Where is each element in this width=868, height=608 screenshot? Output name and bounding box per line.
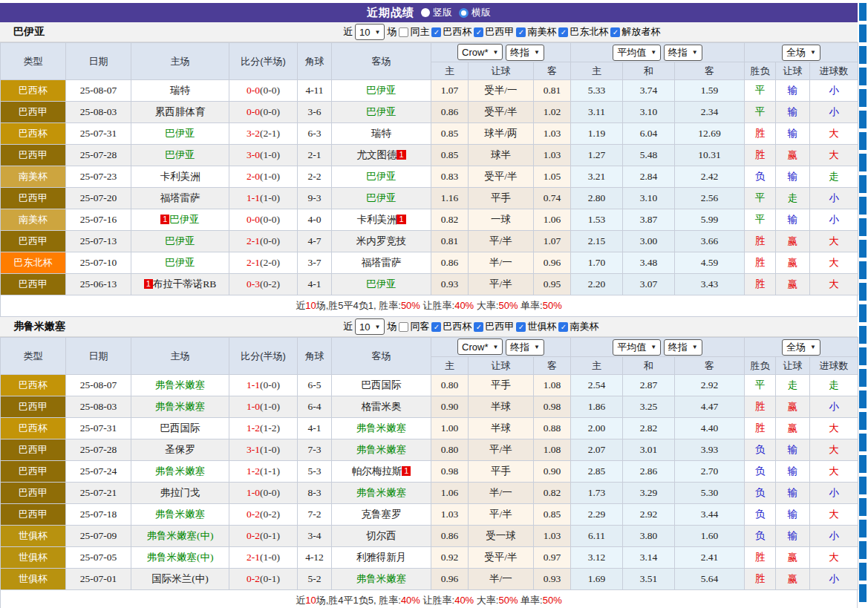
radio-filled-icon[interactable] bbox=[421, 8, 430, 17]
odds-source-group: Crow*▼ 终指▼ bbox=[431, 43, 571, 62]
result-flag: 输 bbox=[776, 102, 810, 123]
league-filter-巴西杯[interactable]: ✓巴西杯 bbox=[431, 320, 471, 333]
home-team: 1布拉干蒂诺RB bbox=[131, 274, 229, 295]
average-group: 平均值▼ 终指▼ bbox=[571, 338, 745, 357]
corners: 3-6 bbox=[298, 102, 332, 123]
results-table: 类型日期主场比分(半场)角球客场 Crow*▼ 终指▼ 平均值▼ 终指▼ 全场▼… bbox=[0, 337, 858, 590]
match-date: 25-07-31 bbox=[66, 418, 131, 439]
score: 0-0(0-0) bbox=[229, 102, 298, 123]
away-team: 格雷米奥 bbox=[332, 396, 431, 418]
league-filter-巴东北杯[interactable]: ✓巴东北杯 bbox=[558, 25, 608, 39]
result-flag: 走 bbox=[810, 166, 858, 188]
match-scope-select[interactable]: 全场▼ bbox=[782, 45, 820, 61]
match-date: 25-07-18 bbox=[66, 504, 131, 526]
league-filter-世俱杯[interactable]: ✓世俱杯 bbox=[516, 320, 556, 333]
sub-header: 和 bbox=[623, 62, 675, 80]
league-badge: 南美杯 bbox=[1, 166, 66, 188]
match-date: 25-07-21 bbox=[66, 483, 131, 504]
odds-stage-2-select[interactable]: 终指▼ bbox=[664, 339, 702, 356]
handicap-odds: 1.08 bbox=[534, 375, 571, 396]
away-team: 利雅得新月 bbox=[332, 547, 431, 569]
result-flag: 输 bbox=[776, 461, 810, 483]
league-filter-巴西甲[interactable]: ✓巴西甲 bbox=[474, 25, 514, 39]
handicap-odds: 受平/半 bbox=[469, 102, 534, 123]
average-odds: 1.70 bbox=[571, 252, 623, 274]
checkbox-icon[interactable]: ✓ bbox=[610, 27, 620, 37]
bookmaker-select[interactable]: Crow*▼ bbox=[457, 44, 503, 60]
league-badge: 巴西杯 bbox=[1, 418, 66, 439]
handicap-odds: 0.86 bbox=[431, 252, 469, 274]
result-flag: 小 bbox=[810, 188, 858, 209]
checkbox-icon[interactable]: ✓ bbox=[431, 27, 441, 37]
result-flag: 大 bbox=[810, 461, 858, 483]
league-filter-南美杯[interactable]: ✓南美杯 bbox=[516, 25, 556, 39]
odds-stage-select[interactable]: 终指▼ bbox=[506, 339, 544, 356]
recent-count-select[interactable]: 10▼ bbox=[355, 318, 385, 335]
corners: 3-4 bbox=[298, 526, 332, 547]
checkbox-icon[interactable]: ✓ bbox=[516, 322, 526, 332]
result-flag: 输 bbox=[776, 526, 810, 547]
result-flag: 胜 bbox=[745, 418, 776, 439]
match-scope-select[interactable]: 全场▼ bbox=[782, 339, 820, 356]
bookmaker-select[interactable]: Crow*▼ bbox=[457, 339, 503, 355]
checkbox-icon[interactable]: ✓ bbox=[474, 27, 483, 37]
league-badge: 巴西甲 bbox=[1, 231, 66, 252]
home-team: 弗鲁米嫩塞(中) bbox=[131, 526, 229, 547]
average-odds: 2.92 bbox=[623, 504, 675, 526]
handicap-odds: 1.06 bbox=[534, 209, 571, 231]
same-venue-checkbox[interactable]: 同客 bbox=[399, 320, 429, 333]
checkbox-icon[interactable]: ✓ bbox=[516, 27, 526, 37]
result-flag: 大 bbox=[810, 504, 858, 526]
league-badge: 世俱杯 bbox=[1, 547, 66, 569]
league-filter-巴西杯[interactable]: ✓巴西杯 bbox=[431, 25, 471, 39]
checkbox-icon[interactable] bbox=[399, 322, 408, 332]
result-flag: 输 bbox=[776, 123, 810, 145]
match-row: 巴东北杯 25-07-10 巴伊亚 2-1(2-0) 3-7 福塔雷萨 0.86… bbox=[1, 252, 858, 274]
column-header: 主场 bbox=[131, 43, 229, 80]
checkbox-icon[interactable]: ✓ bbox=[558, 27, 568, 37]
radio-ring-icon[interactable] bbox=[459, 8, 469, 18]
match-row: 南美杯 25-07-16 1巴伊亚 0-0(0-0) 4-0 卡利美洲1 0.8… bbox=[1, 209, 858, 231]
average-type-select[interactable]: 平均值▼ bbox=[613, 339, 661, 356]
handicap-odds: 平/半 bbox=[469, 231, 534, 252]
recent-count-select[interactable]: 10▼ bbox=[355, 24, 385, 40]
odds-stage-2-select[interactable]: 终指▼ bbox=[664, 45, 702, 61]
match-date: 25-07-01 bbox=[66, 569, 131, 590]
league-filter-南美杯[interactable]: ✓南美杯 bbox=[558, 320, 598, 333]
home-team: 巴伊亚 bbox=[131, 145, 229, 166]
checkbox-icon[interactable]: ✓ bbox=[431, 322, 441, 332]
home-team: 1巴伊亚 bbox=[131, 209, 229, 231]
away-team: 巴伊亚 bbox=[332, 188, 431, 209]
league-filter-解放者杯[interactable]: ✓解放者杯 bbox=[610, 25, 660, 39]
handicap-odds: 球半/两 bbox=[469, 123, 534, 145]
average-odds: 1.59 bbox=[675, 80, 745, 102]
handicap-odds: 平/半 bbox=[469, 274, 534, 295]
average-odds: 2.84 bbox=[623, 166, 675, 188]
same-venue-checkbox[interactable]: 同主 bbox=[399, 25, 429, 39]
checkbox-icon[interactable]: ✓ bbox=[558, 322, 568, 332]
radio-vertical[interactable]: 竖版 bbox=[421, 6, 452, 19]
result-flag: 胜 bbox=[745, 274, 776, 295]
average-type-select[interactable]: 平均值▼ bbox=[613, 45, 661, 61]
chevron-down-icon: ▼ bbox=[810, 49, 816, 56]
league-filter-巴西甲[interactable]: ✓巴西甲 bbox=[474, 320, 514, 333]
match-date: 25-07-05 bbox=[66, 547, 131, 569]
away-team: 米内罗竞技 bbox=[332, 231, 431, 252]
average-odds: 3.10 bbox=[623, 102, 675, 123]
average-odds: 1.86 bbox=[571, 396, 623, 418]
column-header: 角球 bbox=[298, 338, 332, 375]
odds-stage-select[interactable]: 终指▼ bbox=[506, 45, 544, 61]
home-team: 弗鲁米嫩塞 bbox=[131, 504, 229, 526]
home-team: 弗鲁米嫩塞 bbox=[131, 375, 229, 396]
checkbox-icon[interactable]: ✓ bbox=[474, 322, 483, 332]
match-row: 巴西甲 25-07-20 福塔雷萨 1-1(1-0) 9-3 巴伊亚 1.16平… bbox=[1, 188, 858, 209]
away-team: 弗鲁米嫩塞 bbox=[332, 418, 431, 439]
home-team: 弗鲁米嫩塞 bbox=[131, 461, 229, 483]
corners: 2-1 bbox=[298, 145, 332, 166]
match-date: 25-06-13 bbox=[66, 274, 131, 295]
checkbox-icon[interactable] bbox=[399, 27, 408, 37]
chevron-down-icon: ▼ bbox=[650, 344, 656, 350]
average-odds: 1.73 bbox=[571, 483, 623, 504]
radio-horizontal[interactable]: 横版 bbox=[459, 6, 491, 19]
home-team: 弗拉门戈 bbox=[131, 483, 229, 504]
